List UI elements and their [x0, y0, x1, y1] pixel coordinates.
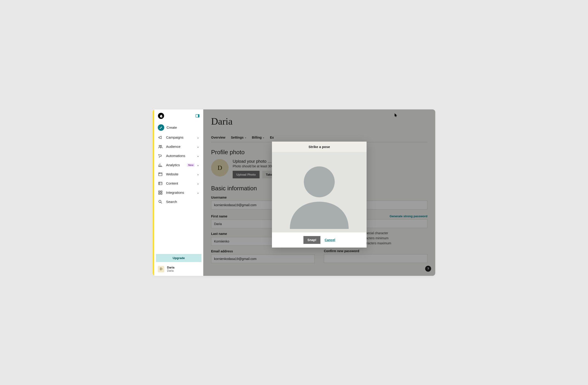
nav-label: Audience	[166, 145, 196, 148]
user-primary: Daria	[167, 266, 175, 269]
website-icon	[158, 172, 163, 177]
sidebar-item-create[interactable]: Create	[154, 122, 203, 133]
chevron-down-icon: ⌄	[196, 136, 200, 139]
svg-rect-10	[159, 193, 160, 194]
nav-label: Website	[166, 172, 196, 176]
nav-label: Campaigns	[166, 136, 196, 139]
upgrade-banner[interactable]: Upgrade	[156, 254, 201, 262]
pencil-icon	[158, 124, 164, 131]
sidebar-item-audience[interactable]: Audience ⌄	[154, 142, 203, 151]
svg-rect-11	[161, 193, 162, 194]
sidebar-item-automations[interactable]: Automations ⌄	[154, 151, 203, 160]
svg-point-5	[158, 155, 159, 155]
megaphone-icon	[158, 135, 163, 140]
analytics-icon	[158, 162, 163, 168]
sidebar-item-content[interactable]: Content ⌄	[154, 179, 203, 188]
sidebar: Create Campaigns ⌄ Audience ⌄	[154, 109, 203, 276]
svg-point-13	[304, 166, 335, 197]
nav-label: Create	[167, 126, 200, 129]
mailchimp-logo-icon[interactable]	[158, 113, 164, 119]
chevron-down-icon: ⌄	[196, 173, 200, 176]
modal-title: Strike a pose	[272, 142, 367, 152]
chevron-down-icon: ⌄	[196, 154, 200, 158]
nav-label: Content	[166, 181, 196, 185]
svg-point-12	[159, 200, 161, 203]
svg-rect-8	[159, 191, 160, 192]
content-icon	[158, 181, 163, 186]
nav-label: Automations	[166, 154, 196, 158]
chevron-down-icon: ⌄	[196, 182, 200, 185]
chevron-down-icon: ⌄	[196, 145, 200, 148]
app-frame: Create Campaigns ⌄ Audience ⌄	[153, 109, 435, 276]
chevron-down-icon: ⌄	[196, 163, 200, 167]
cancel-link[interactable]: Cancel	[325, 238, 335, 242]
svg-point-3	[159, 145, 160, 146]
sidebar-item-website[interactable]: Website ⌄	[154, 170, 203, 179]
user-menu[interactable]: D Daria Daria	[154, 266, 203, 276]
modal-scope: Strike a pose Snap! Cancel	[203, 109, 435, 276]
nav-label: Analytics	[166, 163, 187, 167]
integrations-icon	[158, 190, 163, 195]
snap-button[interactable]: Snap!	[303, 236, 321, 244]
take-photo-modal: Strike a pose Snap! Cancel	[272, 142, 367, 248]
chevron-down-icon: ⌄	[196, 191, 200, 194]
panel-toggle-icon[interactable]	[195, 114, 200, 118]
svg-rect-9	[161, 191, 162, 192]
svg-rect-2	[198, 114, 199, 117]
svg-point-4	[161, 145, 162, 146]
new-badge: New	[187, 163, 194, 167]
svg-rect-6	[159, 173, 162, 176]
sidebar-item-integrations[interactable]: Integrations ⌄	[154, 188, 203, 197]
sidebar-nav: Create Campaigns ⌄ Audience ⌄	[154, 121, 203, 206]
sidebar-item-campaigns[interactable]: Campaigns ⌄	[154, 133, 203, 142]
nav-label: Integrations	[166, 191, 196, 194]
upgrade-label: Upgrade	[173, 256, 185, 260]
svg-rect-7	[159, 182, 162, 185]
user-secondary: Daria	[167, 269, 175, 272]
search-icon	[158, 199, 163, 204]
sidebar-item-search[interactable]: Search	[154, 197, 203, 206]
avatar: D	[158, 266, 164, 272]
nav-label: Search	[166, 200, 200, 204]
sidebar-item-analytics[interactable]: Analytics New ⌄	[154, 160, 203, 170]
camera-preview	[272, 152, 367, 232]
audience-icon	[158, 144, 163, 149]
automations-icon	[158, 153, 163, 158]
